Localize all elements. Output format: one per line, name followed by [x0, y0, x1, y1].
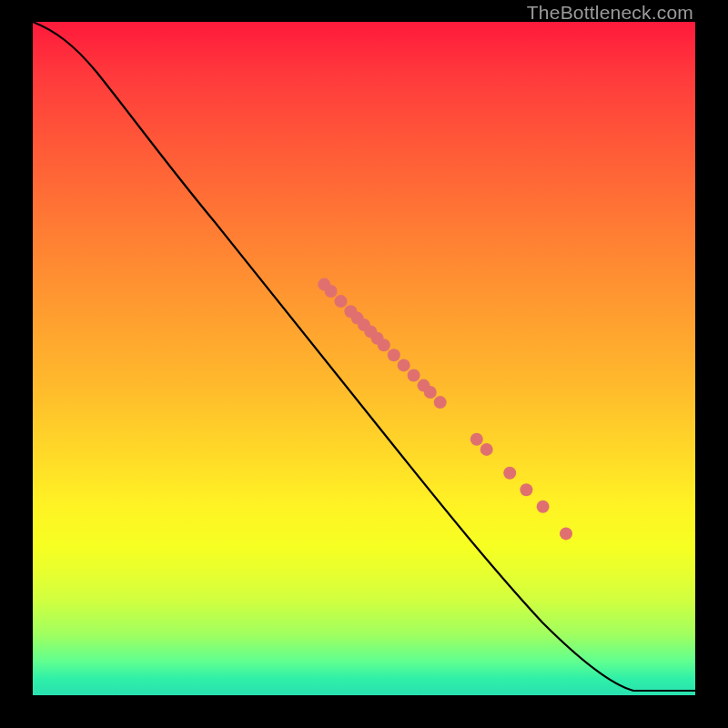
- data-point: [335, 295, 348, 308]
- data-point: [470, 433, 483, 446]
- data-point: [398, 359, 410, 371]
- watermark-text: TheBottleneck.com: [527, 2, 693, 24]
- chart-svg: [33, 22, 695, 695]
- data-point: [560, 527, 572, 540]
- chart-curve: [33, 22, 695, 691]
- chart-frame: TheBottleneck.com: [0, 0, 728, 728]
- data-point: [537, 500, 550, 513]
- data-point: [480, 443, 493, 456]
- data-point: [378, 339, 390, 351]
- chart-dots: [318, 278, 572, 541]
- data-point: [520, 483, 532, 496]
- plot-area: [33, 22, 695, 695]
- data-point: [388, 349, 400, 361]
- data-point: [434, 396, 447, 409]
- data-point: [503, 467, 516, 480]
- data-point: [408, 369, 420, 382]
- data-point: [325, 285, 338, 298]
- data-point: [424, 386, 437, 399]
